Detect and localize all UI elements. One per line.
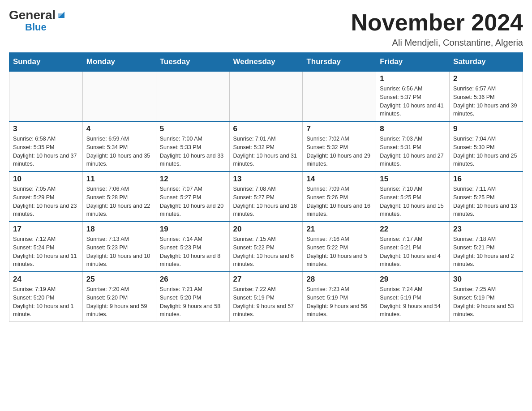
calendar-cell: 9Sunrise: 7:04 AM Sunset: 5:30 PM Daylig…	[450, 121, 523, 171]
calendar-cell	[303, 71, 376, 121]
day-number: 1	[380, 74, 446, 83]
day-number: 22	[380, 225, 446, 234]
calendar-cell: 13Sunrise: 7:08 AM Sunset: 5:27 PM Dayli…	[229, 171, 303, 222]
location-text: Ali Mendjeli, Constantine, Algeria	[351, 38, 523, 48]
calendar-cell: 14Sunrise: 7:09 AM Sunset: 5:26 PM Dayli…	[303, 171, 376, 222]
sun-info: Sunrise: 7:21 AM Sunset: 5:20 PM Dayligh…	[160, 285, 226, 319]
logo: General Blue	[9, 9, 66, 33]
day-number: 19	[160, 225, 226, 234]
calendar-cell: 24Sunrise: 7:19 AM Sunset: 5:20 PM Dayli…	[9, 272, 83, 322]
sun-info: Sunrise: 7:25 AM Sunset: 5:19 PM Dayligh…	[453, 285, 519, 319]
sun-info: Sunrise: 7:10 AM Sunset: 5:25 PM Dayligh…	[380, 185, 446, 218]
day-number: 29	[380, 275, 446, 284]
day-number: 11	[86, 175, 152, 184]
calendar-cell: 28Sunrise: 7:23 AM Sunset: 5:19 PM Dayli…	[303, 272, 376, 322]
month-title: November 2024	[351, 9, 523, 36]
weekday-header-saturday: Saturday	[450, 53, 523, 72]
day-number: 20	[233, 225, 299, 234]
sun-info: Sunrise: 7:09 AM Sunset: 5:26 PM Dayligh…	[306, 185, 372, 218]
weekday-header-wednesday: Wednesday	[229, 53, 303, 72]
day-number: 24	[13, 275, 79, 284]
calendar-cell: 20Sunrise: 7:15 AM Sunset: 5:22 PM Dayli…	[229, 222, 303, 272]
calendar-cell: 12Sunrise: 7:07 AM Sunset: 5:27 PM Dayli…	[156, 171, 229, 222]
day-number: 27	[233, 275, 299, 284]
sun-info: Sunrise: 7:15 AM Sunset: 5:22 PM Dayligh…	[233, 235, 299, 269]
calendar-cell: 3Sunrise: 6:58 AM Sunset: 5:35 PM Daylig…	[9, 121, 83, 171]
sun-info: Sunrise: 7:05 AM Sunset: 5:29 PM Dayligh…	[13, 185, 79, 218]
logo-bird-icon	[56, 10, 66, 20]
page-header: General Blue November 2024 Ali Mendjeli,…	[9, 9, 523, 48]
logo-general-text: General	[9, 9, 56, 21]
calendar-cell	[156, 71, 229, 121]
calendar-cell: 22Sunrise: 7:17 AM Sunset: 5:21 PM Dayli…	[376, 222, 450, 272]
weekday-header-row: SundayMondayTuesdayWednesdayThursdayFrid…	[9, 53, 523, 72]
sun-info: Sunrise: 7:12 AM Sunset: 5:24 PM Dayligh…	[13, 235, 79, 269]
calendar-cell: 7Sunrise: 7:02 AM Sunset: 5:32 PM Daylig…	[303, 121, 376, 171]
sun-info: Sunrise: 7:07 AM Sunset: 5:27 PM Dayligh…	[160, 185, 226, 218]
day-number: 2	[453, 74, 519, 83]
sun-info: Sunrise: 7:00 AM Sunset: 5:33 PM Dayligh…	[160, 135, 226, 168]
day-number: 3	[13, 124, 79, 133]
sun-info: Sunrise: 7:22 AM Sunset: 5:19 PM Dayligh…	[233, 285, 299, 319]
calendar-cell	[82, 71, 156, 121]
weekday-header-thursday: Thursday	[303, 53, 376, 72]
day-number: 25	[86, 275, 152, 284]
week-row-1: 1Sunrise: 6:56 AM Sunset: 5:37 PM Daylig…	[9, 71, 523, 121]
day-number: 6	[233, 124, 299, 133]
day-number: 10	[13, 175, 79, 184]
day-number: 18	[86, 225, 152, 234]
day-number: 17	[13, 225, 79, 234]
week-row-3: 10Sunrise: 7:05 AM Sunset: 5:29 PM Dayli…	[9, 171, 523, 222]
calendar-cell	[9, 71, 83, 121]
day-number: 30	[453, 275, 519, 284]
sun-info: Sunrise: 7:13 AM Sunset: 5:23 PM Dayligh…	[86, 235, 152, 269]
calendar-cell: 17Sunrise: 7:12 AM Sunset: 5:24 PM Dayli…	[9, 222, 83, 272]
weekday-header-tuesday: Tuesday	[156, 53, 229, 72]
sun-info: Sunrise: 7:01 AM Sunset: 5:32 PM Dayligh…	[233, 135, 299, 168]
calendar-cell: 4Sunrise: 6:59 AM Sunset: 5:34 PM Daylig…	[82, 121, 156, 171]
sun-info: Sunrise: 7:23 AM Sunset: 5:19 PM Dayligh…	[306, 285, 372, 319]
sun-info: Sunrise: 7:11 AM Sunset: 5:25 PM Dayligh…	[453, 185, 519, 218]
calendar-cell: 2Sunrise: 6:57 AM Sunset: 5:36 PM Daylig…	[450, 71, 523, 121]
calendar-cell: 21Sunrise: 7:16 AM Sunset: 5:22 PM Dayli…	[303, 222, 376, 272]
calendar-cell: 6Sunrise: 7:01 AM Sunset: 5:32 PM Daylig…	[229, 121, 303, 171]
day-number: 26	[160, 275, 226, 284]
title-section: November 2024 Ali Mendjeli, Constantine,…	[351, 9, 523, 48]
day-number: 15	[380, 175, 446, 184]
calendar-cell: 25Sunrise: 7:20 AM Sunset: 5:20 PM Dayli…	[82, 272, 156, 322]
weekday-header-friday: Friday	[376, 53, 450, 72]
day-number: 14	[306, 175, 372, 184]
calendar-cell: 19Sunrise: 7:14 AM Sunset: 5:23 PM Dayli…	[156, 222, 229, 272]
calendar-cell	[229, 71, 303, 121]
calendar-cell: 27Sunrise: 7:22 AM Sunset: 5:19 PM Dayli…	[229, 272, 303, 322]
calendar-cell: 23Sunrise: 7:18 AM Sunset: 5:21 PM Dayli…	[450, 222, 523, 272]
weekday-header-monday: Monday	[82, 53, 156, 72]
sun-info: Sunrise: 7:19 AM Sunset: 5:20 PM Dayligh…	[13, 285, 79, 319]
day-number: 7	[306, 124, 372, 133]
calendar-cell: 11Sunrise: 7:06 AM Sunset: 5:28 PM Dayli…	[82, 171, 156, 222]
day-number: 16	[453, 175, 519, 184]
sun-info: Sunrise: 6:59 AM Sunset: 5:34 PM Dayligh…	[86, 135, 152, 168]
sun-info: Sunrise: 7:24 AM Sunset: 5:19 PM Dayligh…	[380, 285, 446, 319]
sun-info: Sunrise: 7:14 AM Sunset: 5:23 PM Dayligh…	[160, 235, 226, 269]
sun-info: Sunrise: 7:02 AM Sunset: 5:32 PM Dayligh…	[306, 135, 372, 168]
sun-info: Sunrise: 7:18 AM Sunset: 5:21 PM Dayligh…	[453, 235, 519, 269]
day-number: 9	[453, 124, 519, 133]
sun-info: Sunrise: 6:56 AM Sunset: 5:37 PM Dayligh…	[380, 85, 446, 118]
calendar-cell: 1Sunrise: 6:56 AM Sunset: 5:37 PM Daylig…	[376, 71, 450, 121]
day-number: 12	[160, 175, 226, 184]
sun-info: Sunrise: 7:08 AM Sunset: 5:27 PM Dayligh…	[233, 185, 299, 218]
calendar-cell: 26Sunrise: 7:21 AM Sunset: 5:20 PM Dayli…	[156, 272, 229, 322]
sun-info: Sunrise: 7:06 AM Sunset: 5:28 PM Dayligh…	[86, 185, 152, 218]
sun-info: Sunrise: 7:16 AM Sunset: 5:22 PM Dayligh…	[306, 235, 372, 269]
day-number: 23	[453, 225, 519, 234]
week-row-2: 3Sunrise: 6:58 AM Sunset: 5:35 PM Daylig…	[9, 121, 523, 171]
week-row-4: 17Sunrise: 7:12 AM Sunset: 5:24 PM Dayli…	[9, 222, 523, 272]
day-number: 13	[233, 175, 299, 184]
calendar-cell: 10Sunrise: 7:05 AM Sunset: 5:29 PM Dayli…	[9, 171, 83, 222]
calendar-cell: 16Sunrise: 7:11 AM Sunset: 5:25 PM Dayli…	[450, 171, 523, 222]
day-number: 21	[306, 225, 372, 234]
calendar-table: SundayMondayTuesdayWednesdayThursdayFrid…	[9, 52, 523, 322]
sun-info: Sunrise: 6:57 AM Sunset: 5:36 PM Dayligh…	[453, 85, 519, 118]
day-number: 28	[306, 275, 372, 284]
